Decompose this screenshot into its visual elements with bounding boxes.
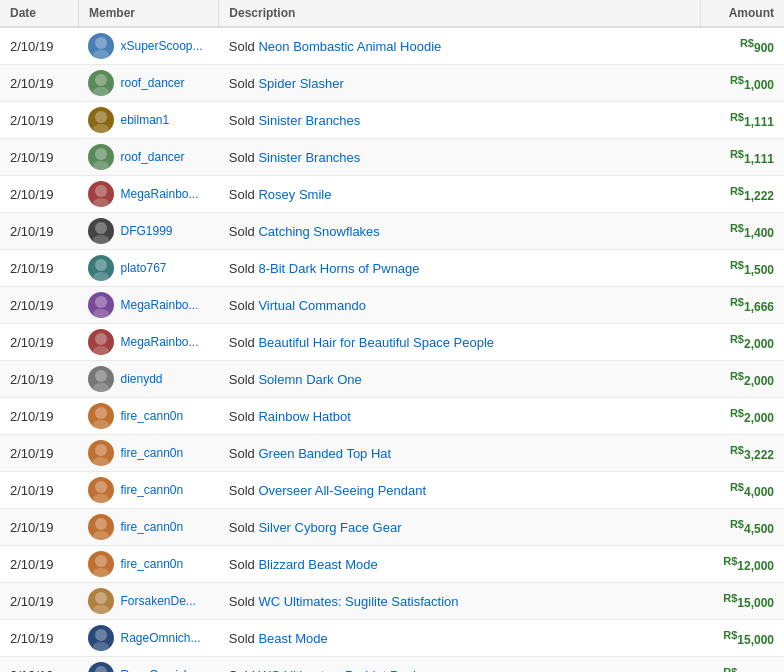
member-name[interactable]: RageOmnich...	[120, 668, 200, 672]
cell-member: RageOmnich...	[78, 620, 218, 657]
cell-date: 2/10/19	[0, 176, 78, 213]
avatar	[88, 514, 114, 540]
desc-prefix: Sold	[229, 150, 259, 165]
member-name[interactable]: plato767	[120, 261, 166, 275]
svg-point-23	[93, 457, 109, 466]
desc-item-link[interactable]: WC Ultimates: Peridot Panic	[258, 668, 422, 673]
desc-item-link[interactable]: WC Ultimates: Sugilite Satisfaction	[258, 594, 458, 609]
desc-item-link[interactable]: Solemn Dark One	[258, 372, 361, 387]
cell-member: MegaRainbo...	[78, 176, 218, 213]
member-name[interactable]: RageOmnich...	[120, 631, 200, 645]
cell-description: Sold Virtual Commando	[219, 287, 700, 324]
member-name[interactable]: DFG1999	[120, 224, 172, 238]
desc-item-link[interactable]: Sinister Branches	[258, 113, 360, 128]
cell-date: 2/10/19	[0, 657, 78, 673]
svg-point-21	[93, 420, 109, 429]
table-row: 2/10/19 xSuperScoop...Sold Neon Bombasti…	[0, 27, 784, 65]
cell-amount: R$15,555	[700, 657, 784, 673]
svg-point-0	[95, 37, 107, 49]
cell-amount: R$15,000	[700, 620, 784, 657]
amount-value: R$1,222	[730, 189, 774, 203]
desc-item-link[interactable]: Overseer All-Seeing Pendant	[258, 483, 426, 498]
svg-point-4	[95, 111, 107, 123]
table-row: 2/10/19 fire_cann0nSold Rainbow HatbotR$…	[0, 398, 784, 435]
table-row: 2/10/19 roof_dancerSold Sinister Branche…	[0, 139, 784, 176]
avatar	[88, 144, 114, 170]
avatar	[88, 218, 114, 244]
member-name[interactable]: MegaRainbo...	[120, 335, 198, 349]
desc-item-link[interactable]: Rosey Smile	[258, 187, 331, 202]
cell-date: 2/10/19	[0, 324, 78, 361]
desc-prefix: Sold	[229, 483, 259, 498]
svg-point-18	[95, 370, 107, 382]
cell-date: 2/10/19	[0, 250, 78, 287]
cell-date: 2/10/19	[0, 213, 78, 250]
avatar	[88, 366, 114, 392]
desc-item-link[interactable]: Catching Snowflakes	[258, 224, 379, 239]
cell-date: 2/10/19	[0, 509, 78, 546]
member-name[interactable]: ForsakenDe...	[120, 594, 195, 608]
amount-value: R$2,000	[730, 337, 774, 351]
svg-point-33	[93, 642, 109, 651]
desc-prefix: Sold	[229, 668, 259, 673]
desc-item-link[interactable]: Blizzard Beast Mode	[258, 557, 377, 572]
cell-date: 2/10/19	[0, 546, 78, 583]
transactions-table: Date Member Description Amount 2/10/19 x…	[0, 0, 784, 672]
svg-point-34	[95, 666, 107, 672]
cell-description: Sold Rainbow Hatbot	[219, 398, 700, 435]
cell-date: 2/10/19	[0, 65, 78, 102]
cell-amount: R$2,000	[700, 324, 784, 361]
cell-amount: R$1,000	[700, 65, 784, 102]
member-name[interactable]: fire_cann0n	[120, 520, 183, 534]
cell-date: 2/10/19	[0, 102, 78, 139]
member-name[interactable]: roof_dancer	[120, 150, 184, 164]
desc-item-link[interactable]: Beast Mode	[258, 631, 327, 646]
avatar	[88, 662, 114, 672]
cell-date: 2/10/19	[0, 620, 78, 657]
cell-amount: R$1,400	[700, 213, 784, 250]
member-name[interactable]: fire_cann0n	[120, 409, 183, 423]
avatar	[88, 181, 114, 207]
svg-point-8	[95, 185, 107, 197]
cell-member: DFG1999	[78, 213, 218, 250]
desc-prefix: Sold	[229, 335, 259, 350]
table-row: 2/10/19 DFG1999Sold Catching SnowflakesR…	[0, 213, 784, 250]
desc-item-link[interactable]: 8-Bit Dark Horns of Pwnage	[258, 261, 419, 276]
desc-item-link[interactable]: Virtual Commando	[258, 298, 365, 313]
svg-point-9	[93, 198, 109, 207]
member-name[interactable]: fire_cann0n	[120, 557, 183, 571]
cell-description: Sold Spider Slasher	[219, 65, 700, 102]
member-name[interactable]: roof_dancer	[120, 76, 184, 90]
member-name[interactable]: MegaRainbo...	[120, 187, 198, 201]
svg-point-29	[93, 568, 109, 577]
amount-value: R$1,000	[730, 78, 774, 92]
desc-item-link[interactable]: Sinister Branches	[258, 150, 360, 165]
desc-item-link[interactable]: Beautiful Hair for Beautiful Space Peopl…	[258, 335, 494, 350]
desc-item-link[interactable]: Silver Cyborg Face Gear	[258, 520, 401, 535]
member-name[interactable]: fire_cann0n	[120, 483, 183, 497]
cell-description: Sold Green Banded Top Hat	[219, 435, 700, 472]
svg-point-13	[93, 272, 109, 281]
avatar	[88, 329, 114, 355]
header-member: Member	[78, 0, 218, 27]
amount-value: R$1,111	[730, 115, 774, 129]
member-name[interactable]: MegaRainbo...	[120, 298, 198, 312]
desc-item-link[interactable]: Rainbow Hatbot	[258, 409, 351, 424]
member-name[interactable]: fire_cann0n	[120, 446, 183, 460]
desc-prefix: Sold	[229, 446, 259, 461]
cell-amount: R$2,000	[700, 361, 784, 398]
svg-point-32	[95, 629, 107, 641]
avatar	[88, 625, 114, 651]
svg-point-26	[95, 518, 107, 530]
avatar	[88, 292, 114, 318]
desc-item-link[interactable]: Neon Bombastic Animal Hoodie	[258, 39, 441, 54]
desc-item-link[interactable]: Green Banded Top Hat	[258, 446, 391, 461]
svg-point-7	[93, 161, 109, 170]
member-name[interactable]: dienydd	[120, 372, 162, 386]
member-name[interactable]: ebilman1	[120, 113, 169, 127]
member-name[interactable]: xSuperScoop...	[120, 39, 202, 53]
desc-item-link[interactable]: Spider Slasher	[258, 76, 343, 91]
cell-member: MegaRainbo...	[78, 287, 218, 324]
cell-amount: R$1,111	[700, 139, 784, 176]
desc-prefix: Sold	[229, 298, 259, 313]
